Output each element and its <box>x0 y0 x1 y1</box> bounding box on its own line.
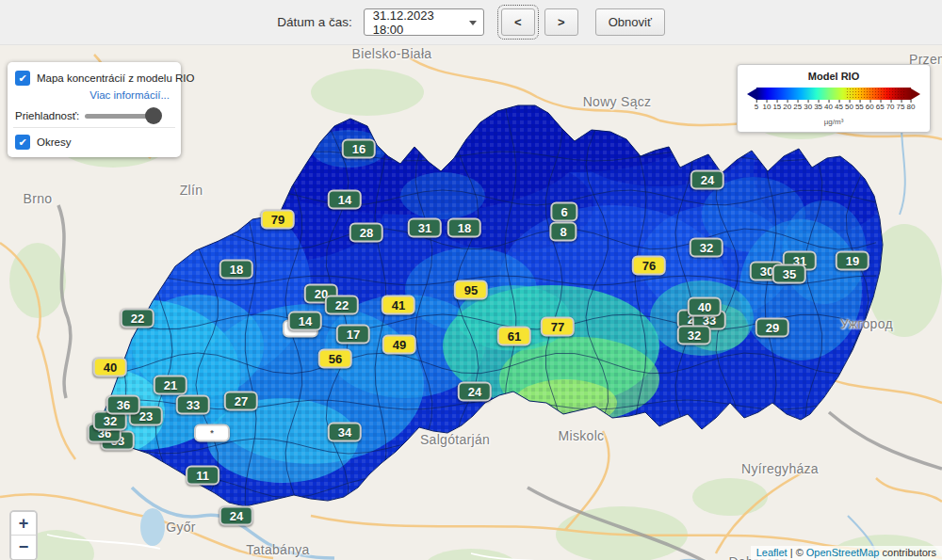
districts-label: Okresy <box>37 136 71 148</box>
district-value-badge[interactable]: 14 <box>288 312 322 331</box>
rio-layer-label: Mapa koncentrácií z modelu RIO <box>37 72 194 84</box>
map-city-label: Győr <box>166 520 196 535</box>
legend-unit: µg/m³ <box>747 118 920 126</box>
attribution-separator: | © <box>788 547 806 558</box>
colorbar-gradient <box>756 88 911 100</box>
district-value-badge[interactable]: 18 <box>447 218 481 238</box>
map-attribution: Leaflet | © OpenStreetMap contributors <box>751 546 942 560</box>
legend-tick: 60 <box>866 103 874 111</box>
refresh-button[interactable]: Obnoviť <box>595 8 665 36</box>
district-value-badge[interactable]: 56 <box>318 349 352 369</box>
district-value-badge[interactable]: 8 <box>549 222 577 242</box>
district-value-badge[interactable]: 61 <box>497 327 531 346</box>
district-value-badge[interactable]: 24 <box>458 382 492 402</box>
previous-button[interactable]: < <box>501 8 535 36</box>
lake <box>140 508 165 546</box>
district-value-badge[interactable]: 6 <box>550 202 577 222</box>
legend-tick: 65 <box>876 103 885 111</box>
district-value-badge[interactable]: 36 <box>106 395 140 415</box>
district-value-badge[interactable]: 33 <box>176 395 210 415</box>
legend-tick: 80 <box>907 103 916 111</box>
map-city-label: Ужгород <box>840 316 893 331</box>
district-value-badge[interactable]: 40 <box>93 358 127 377</box>
legend-tick: 35 <box>814 103 822 111</box>
district-value-badge[interactable]: 29 <box>755 318 789 338</box>
district-value-badge[interactable]: 49 <box>382 335 416 355</box>
district-value-badge[interactable]: 21 <box>154 376 187 395</box>
map-city-label: Nyíregyháza <box>741 461 819 476</box>
district-value-badge[interactable]: 14 <box>328 190 362 210</box>
map-city-label: Salgótarján <box>420 432 490 447</box>
district-value-badge[interactable]: 76 <box>632 256 666 276</box>
legend-colorbar <box>747 88 920 100</box>
toolbar: Dátum a čas: 31.12.2023 18:00 < > Obnovi… <box>0 0 942 45</box>
colorbar-right-arrow-icon <box>911 88 920 100</box>
legend-panel: Model RIO 510152025303540455055606570758… <box>737 64 931 133</box>
zoom-out-button[interactable]: − <box>11 536 36 559</box>
legend-tick: 20 <box>783 103 791 111</box>
district-value-badge[interactable]: 27 <box>224 392 258 411</box>
legend-tick: 75 <box>897 103 905 111</box>
district-value-badge[interactable]: 16 <box>342 139 376 159</box>
legend-tick: 55 <box>855 103 864 111</box>
district-value-badge[interactable]: 79 <box>261 210 295 230</box>
map-city-label: Brno <box>24 191 53 206</box>
legend-tick: 5 <box>755 103 758 111</box>
district-value-badge[interactable]: 18 <box>219 260 253 280</box>
osm-link[interactable]: OpenStreetMap <box>806 547 880 558</box>
more-info-link[interactable]: Viac informácií... <box>15 89 170 101</box>
district-value-badge[interactable]: 41 <box>382 296 415 315</box>
district-value-badge[interactable]: 19 <box>836 251 869 271</box>
districts-checkbox[interactable]: ✔ <box>15 135 30 150</box>
district-value-badge[interactable]: 24 <box>690 170 724 190</box>
legend-tick: 45 <box>835 103 843 111</box>
district-value-badge[interactable]: 32 <box>677 326 711 345</box>
colorbar-stipple <box>846 88 904 100</box>
legend-tick: 25 <box>793 103 802 111</box>
district-value-badge[interactable]: 22 <box>325 296 359 315</box>
district-value-badge[interactable]: 32 <box>690 238 723 258</box>
district-value-badge[interactable]: 34 <box>328 423 362 442</box>
attribution-suffix: contributors <box>879 547 936 558</box>
legend-tick: 70 <box>886 103 895 111</box>
rio-layer-checkbox[interactable]: ✔ <box>15 71 30 86</box>
next-button[interactable]: > <box>544 8 578 36</box>
map-canvas[interactable]: Bielsko-BiałaNowy SączPrzemyślBrnoZlínУж… <box>0 45 942 560</box>
leaflet-link[interactable]: Leaflet <box>756 547 788 558</box>
legend-tick: 10 <box>762 103 771 111</box>
chevron-down-icon <box>469 21 477 25</box>
legend-tick: 30 <box>804 103 812 111</box>
map-zoom-control: + − <box>9 510 38 560</box>
map-city-label: Tatabánya <box>246 542 309 557</box>
layer-control-panel: ✔ Mapa koncentrácií z modelu RIO Viac in… <box>8 62 181 157</box>
district-value-badge[interactable]: 17 <box>336 325 370 344</box>
map-city-label: Bielsko-Biała <box>352 46 432 61</box>
zoom-in-button[interactable]: + <box>11 512 36 536</box>
district-value-badge[interactable]: 28 <box>349 223 383 243</box>
date-time-value: 31.12.2023 18:00 <box>373 8 464 37</box>
district-value-badge[interactable]: 35 <box>772 264 806 284</box>
district-value-badge[interactable]: 22 <box>121 309 154 328</box>
district-value-badge[interactable]: * <box>194 424 230 442</box>
opacity-label: Priehladnosť: <box>15 110 79 121</box>
legend-tick: 40 <box>824 103 833 111</box>
district-value-badge[interactable]: 24 <box>219 506 253 526</box>
panel-divider <box>13 127 175 128</box>
district-value-badge[interactable]: 77 <box>541 317 575 337</box>
map-city-label: Miskolc <box>559 428 605 443</box>
legend-tick-labels: 5101520253035404550556065707580 <box>756 101 911 116</box>
colorbar-left-arrow-icon <box>747 88 756 100</box>
district-value-badge[interactable]: 11 <box>186 466 219 486</box>
opacity-slider[interactable] <box>85 114 158 119</box>
map-city-label: Nowy Sącz <box>583 94 652 109</box>
legend-tick: 15 <box>772 103 781 111</box>
district-value-badge[interactable]: 95 <box>454 280 488 300</box>
district-value-badge[interactable]: 31 <box>408 218 442 238</box>
legend-tick: 50 <box>845 103 853 111</box>
opacity-slider-thumb[interactable] <box>145 107 162 124</box>
date-time-label: Dátum a čas: <box>277 15 352 29</box>
legend-title: Model RIO <box>747 71 920 82</box>
district-value-badge[interactable]: 40 <box>688 297 722 317</box>
map-city-label: Zlín <box>180 183 203 198</box>
date-time-select[interactable]: 31.12.2023 18:00 <box>364 8 484 36</box>
